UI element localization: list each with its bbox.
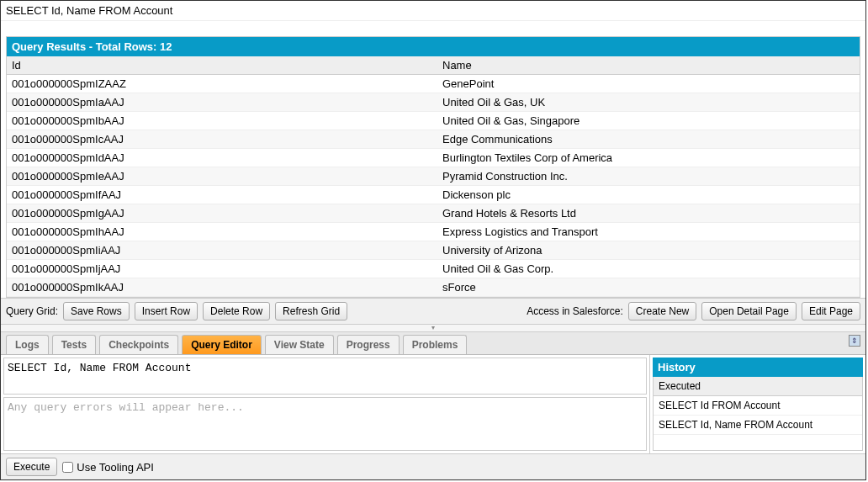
cell-id[interactable]: 001o000000SpmIZAAZ [7,75,437,93]
cell-name[interactable]: GenePoint [437,75,860,93]
results-columns-header: Id Name [7,56,860,75]
cell-name[interactable]: United Oil & Gas, Singapore [437,112,860,130]
history-header: History [653,358,863,377]
cell-id[interactable]: 001o000000SpmIgAAJ [7,204,437,222]
table-row[interactable]: 001o000000SpmIjAAJUnited Oil & Gas Corp. [7,260,860,278]
panel-divider[interactable]: ▾ [1,324,865,332]
query-string-display: SELECT Id, Name FROM Account [1,1,865,21]
cell-id[interactable]: 001o000000SpmIeAAJ [7,167,437,185]
table-row[interactable]: 001o000000SpmIiAAJUniversity of Arizona [7,241,860,260]
table-row[interactable]: 001o000000SpmIZAAZGenePoint [7,75,860,93]
results-header: Query Results - Total Rows: 12 [7,37,860,56]
query-errors-box: Any query errors will appear here... [3,397,647,451]
cell-name[interactable]: sForce [437,278,860,296]
history-panel: History Executed SELECT Id FROM AccountS… [653,358,863,451]
cell-name[interactable]: Grand Hotels & Resorts Ltd [437,204,860,222]
table-row[interactable]: 001o000000SpmIcAAJEdge Communications [7,130,860,149]
table-row[interactable]: 001o000000SpmIhAAJExpress Logistics and … [7,223,860,241]
query-grid-label: Query Grid: [6,305,58,317]
open-detail-page-button[interactable]: Open Detail Page [701,302,797,320]
cell-id[interactable]: 001o000000SpmIcAAJ [7,130,437,148]
column-header-name[interactable]: Name [437,56,860,74]
table-row[interactable]: 001o000000SpmIaAAJUnited Oil & Gas, UK [7,93,860,112]
delete-row-button[interactable]: Delete Row [203,302,270,320]
query-results-panel: Query Results - Total Rows: 12 Id Name 0… [6,36,860,298]
insert-row-button[interactable]: Insert Row [135,302,198,320]
grid-actions-bar: Query Grid: Save Rows Insert Row Delete … [1,298,865,324]
tabs-bar: Logs Tests Checkpoints Query Editor View… [1,332,865,355]
tab-query-editor[interactable]: Query Editor [182,335,262,354]
table-row[interactable]: 001o000000SpmIfAAJDickenson plc [7,186,860,204]
execute-button[interactable]: Execute [6,458,57,476]
table-row[interactable]: 001o000000SpmIbAAJUnited Oil & Gas, Sing… [7,112,860,130]
use-tooling-api-wrap[interactable]: Use Tooling API [62,461,154,474]
cell-id[interactable]: 001o000000SpmIfAAJ [7,186,437,204]
use-tooling-api-label: Use Tooling API [77,461,154,474]
cell-name[interactable]: Edge Communications [437,130,860,148]
tab-problems[interactable]: Problems [403,335,468,354]
cell-id[interactable]: 001o000000SpmIjAAJ [7,260,437,278]
cell-id[interactable]: 001o000000SpmIdAAJ [7,149,437,167]
cell-name[interactable]: United Oil & Gas, UK [437,93,860,111]
cell-id[interactable]: 001o000000SpmIaAAJ [7,93,437,111]
tab-tests[interactable]: Tests [52,335,96,354]
save-rows-button[interactable]: Save Rows [63,302,130,320]
tab-logs[interactable]: Logs [6,335,49,354]
cell-id[interactable]: 001o000000SpmIiAAJ [7,241,437,259]
edit-page-button[interactable]: Edit Page [802,302,860,320]
table-row[interactable]: 001o000000SpmIgAAJGrand Hotels & Resorts… [7,204,860,223]
tab-view-state[interactable]: View State [265,335,334,354]
tab-progress[interactable]: Progress [337,335,400,354]
cell-name[interactable]: Pyramid Construction Inc. [437,167,860,185]
cell-name[interactable]: Burlington Textiles Corp of America [437,149,860,167]
expand-icon[interactable]: ⇕ [849,335,860,347]
cell-name[interactable]: University of Arizona [437,241,860,259]
cell-name[interactable]: Dickenson plc [437,186,860,204]
table-row[interactable]: 001o000000SpmIeAAJPyramid Construction I… [7,167,860,186]
query-textarea[interactable] [3,358,647,395]
history-item[interactable]: SELECT Id FROM Account [654,396,862,416]
column-header-id[interactable]: Id [7,56,437,74]
cell-id[interactable]: 001o000000SpmIhAAJ [7,223,437,241]
table-row[interactable]: 001o000000SpmIdAAJBurlington Textiles Co… [7,149,860,167]
cell-id[interactable]: 001o000000SpmIkAAJ [7,278,437,296]
execute-bar: Execute Use Tooling API [1,453,865,479]
refresh-grid-button[interactable]: Refresh Grid [275,302,347,320]
cell-name[interactable]: Express Logistics and Transport [437,223,860,241]
tab-checkpoints[interactable]: Checkpoints [99,335,178,354]
access-salesforce-label: Access in Salesforce: [527,305,623,317]
history-item[interactable]: SELECT Id, Name FROM Account [654,416,862,435]
history-subheader[interactable]: Executed [653,377,863,396]
cell-name[interactable]: United Oil & Gas Corp. [437,260,860,278]
table-row[interactable]: 001o000000SpmIkAAJsForce [7,278,860,297]
use-tooling-api-checkbox[interactable] [62,462,73,473]
cell-id[interactable]: 001o000000SpmIbAAJ [7,112,437,130]
create-new-button[interactable]: Create New [628,302,696,320]
